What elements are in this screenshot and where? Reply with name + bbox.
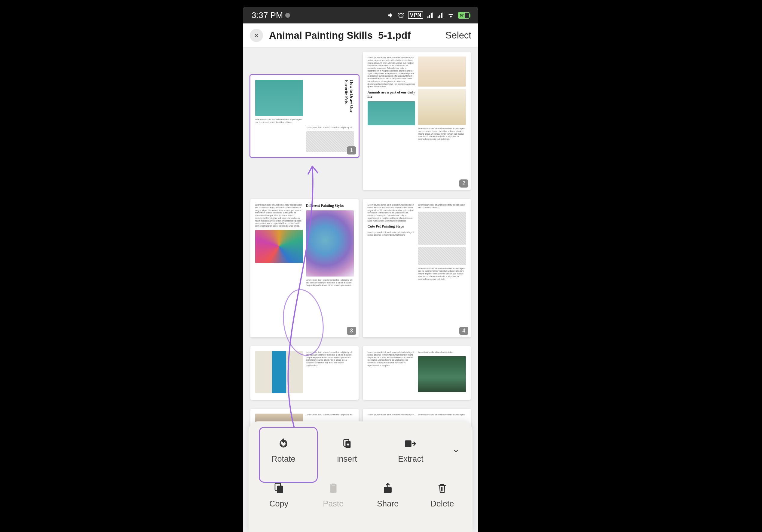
phone-frame: 3:37 PM VPN 57 xyxy=(243,7,478,532)
expand-chevron[interactable] xyxy=(450,445,462,457)
extract-label: Extract xyxy=(398,454,423,464)
status-bar: 3:37 PM VPN 57 xyxy=(243,7,478,24)
app-header: Animal Painting Skills_5-1.pdf Select xyxy=(243,24,478,47)
delete-button[interactable]: Delete xyxy=(418,478,466,513)
chevron-down-icon xyxy=(452,447,460,455)
extract-icon xyxy=(405,438,417,450)
page-thumb-4[interactable]: Lorem ipsum dolor sit amet consectetur a… xyxy=(363,199,471,337)
share-label: Share xyxy=(377,499,399,508)
signal-icon-2 xyxy=(437,12,444,19)
page-thumb-1[interactable]: Lorem ipsum dolor sit amet consectetur a… xyxy=(250,75,359,157)
page-number-badge: 4 xyxy=(459,327,468,335)
insert-icon xyxy=(341,438,353,450)
extract-button[interactable]: Extract xyxy=(387,433,435,468)
select-button[interactable]: Select xyxy=(445,30,471,41)
copy-icon xyxy=(273,483,285,494)
page-grid[interactable]: Lorem ipsum dolor sit amet consectetur a… xyxy=(243,47,478,431)
copy-label: Copy xyxy=(269,499,288,508)
page-2-heading: Animals are a part of our daily life xyxy=(368,91,416,99)
svg-rect-8 xyxy=(332,483,335,486)
page-thumb-2[interactable]: Lorem ipsum dolor sit amet consectetur a… xyxy=(363,52,471,190)
delete-icon xyxy=(436,483,448,494)
page-thumb-6[interactable]: Lorem ipsum dolor sit amet consectetur a… xyxy=(363,346,471,400)
alarm-icon xyxy=(398,12,404,19)
signal-icon-1 xyxy=(427,12,433,19)
close-button[interactable] xyxy=(250,29,263,42)
page-1-heading: How to Draw Our Favorite Pets xyxy=(306,80,354,124)
rotate-button[interactable]: Rotate xyxy=(260,433,308,468)
volume-icon xyxy=(387,12,394,19)
copy-button[interactable]: Copy xyxy=(255,478,303,513)
insert-button[interactable]: insert xyxy=(323,433,371,468)
vpn-badge: VPN xyxy=(408,11,423,19)
share-button[interactable]: Share xyxy=(364,478,412,513)
share-icon xyxy=(382,483,394,494)
battery-level: 57 xyxy=(459,13,465,18)
insert-label: insert xyxy=(337,454,357,464)
page-4-heading: Cute Pet Painting Steps xyxy=(368,225,416,229)
paste-button: Paste xyxy=(309,478,357,513)
paste-icon xyxy=(327,483,340,494)
document-title: Animal Painting Skills_5-1.pdf xyxy=(269,30,439,41)
page-thumb-5[interactable]: Lorem ipsum dolor sit amet consectetur a… xyxy=(250,346,359,400)
page-number-badge: 1 xyxy=(347,146,356,155)
delete-label: Delete xyxy=(430,499,454,508)
rotate-label: Rotate xyxy=(271,454,295,464)
status-time: 3:37 PM xyxy=(252,11,283,20)
paste-label: Paste xyxy=(323,499,343,508)
battery-icon: 57 xyxy=(458,12,470,19)
wifi-icon xyxy=(447,12,454,19)
svg-rect-6 xyxy=(277,486,283,493)
status-dot-icon xyxy=(285,13,290,18)
action-sheet: Rotate insert Extract xyxy=(249,421,473,532)
rotate-icon xyxy=(277,438,289,450)
svg-rect-4 xyxy=(405,440,412,447)
close-icon xyxy=(253,32,260,39)
page-number-badge: 2 xyxy=(459,180,468,188)
page-3-heading: Different Painting Styles xyxy=(306,204,354,208)
page-number-badge: 3 xyxy=(347,327,356,335)
page-thumb-3[interactable]: Lorem ipsum dolor sit amet consectetur a… xyxy=(250,199,359,337)
